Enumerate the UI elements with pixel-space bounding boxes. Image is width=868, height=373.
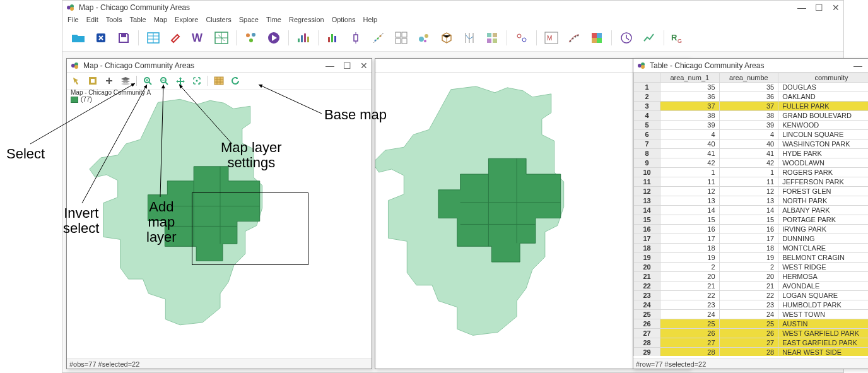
svg-point-11	[246, 33, 250, 37]
refresh-icon[interactable]	[230, 75, 241, 86]
col-header[interactable]	[634, 73, 660, 83]
pcp-icon[interactable]	[460, 28, 479, 47]
mapa-titlebar: Map - Chicago Community Areas — ☐ ✕	[67, 59, 372, 73]
menu-options[interactable]: Options	[332, 16, 356, 23]
menu-clusters[interactable]: Clusters	[206, 16, 231, 23]
zoom-in-icon[interactable]	[142, 75, 153, 86]
time-icon[interactable]	[617, 28, 636, 47]
close-project-icon[interactable]	[91, 28, 110, 47]
regression-icon[interactable]: RG	[669, 28, 688, 47]
invert-select-icon[interactable]	[87, 75, 98, 86]
menu-help[interactable]: Help	[363, 16, 378, 23]
table-row[interactable]: 74040WASHINGTON PARK	[634, 139, 869, 149]
table-row[interactable]: 94242WOODLAWN	[634, 158, 869, 168]
app-icon	[66, 3, 75, 12]
svg-rect-20	[331, 34, 333, 42]
table-row[interactable]: 181818MONTCLARE	[634, 244, 869, 253]
table-row[interactable]: 151515PORTAGE PARK	[634, 215, 869, 225]
menu-regression[interactable]: Regression	[289, 16, 324, 23]
menu-edit[interactable]: Edit	[86, 16, 98, 23]
save-icon[interactable]	[114, 28, 133, 47]
add-layer-icon[interactable]	[103, 75, 115, 86]
table-row[interactable]: 33737FULLER PARK	[634, 102, 869, 111]
table-icon[interactable]	[144, 28, 163, 47]
menu-tools[interactable]: Tools	[106, 16, 122, 23]
col-header[interactable]: community	[778, 73, 868, 83]
main-maximize-button[interactable]: ☐	[815, 3, 823, 13]
table-row[interactable]: 272626WEST GARFIELD PARK	[634, 329, 869, 338]
table-row[interactable]: 2022WEST RIDGE	[634, 263, 869, 272]
weights-icon[interactable]: W	[189, 28, 208, 47]
spatial-corr-icon[interactable]	[565, 28, 584, 47]
mapa-close[interactable]: ✕	[360, 61, 368, 71]
menu-file[interactable]: File	[67, 16, 79, 23]
full-extent-icon[interactable]	[191, 75, 202, 86]
table-row[interactable]: 131313NORTH PARK	[634, 196, 869, 206]
mapa-minimize[interactable]: —	[326, 61, 334, 71]
table-row[interactable]: 282727EAST GARFIELD PARK	[634, 338, 869, 348]
menu-map[interactable]: Map	[154, 16, 167, 23]
svg-point-12	[252, 33, 255, 37]
menu-space[interactable]: Space	[239, 16, 259, 23]
tools-icon[interactable]	[167, 28, 185, 47]
conditional-icon[interactable]	[483, 28, 501, 47]
cluster-icon[interactable]	[242, 28, 261, 47]
layer-settings-icon[interactable]	[120, 75, 131, 86]
table-row[interactable]: 232222LOGAN SQUARE	[634, 291, 869, 300]
scatter-matrix-icon[interactable]	[392, 28, 411, 47]
play-icon[interactable]	[264, 28, 283, 47]
main-close-button[interactable]: ✕	[832, 3, 840, 13]
table-row[interactable]: 292828NEAR WEST SIDE	[634, 348, 869, 357]
table-row[interactable]: 212020HERMOSA	[634, 272, 869, 281]
table-row[interactable]: 222121AVONDALE	[634, 281, 869, 291]
table-row[interactable]: 111111JEFFERSON PARK	[634, 177, 869, 187]
moran-icon[interactable]: M	[542, 28, 561, 47]
table-row[interactable]: 1011ROGERS PARK	[634, 168, 869, 177]
mapa-maximize[interactable]: ☐	[343, 61, 351, 71]
table-row[interactable]: 242323HUMBOLDT PARK	[634, 300, 869, 310]
app-titlebar: Map - Chicago Community Areas — ☐ ✕	[62, 1, 843, 15]
pan-icon[interactable]	[175, 75, 186, 86]
table-row[interactable]: 23636OAKLAND	[634, 92, 869, 102]
col-header[interactable]: area_numbe	[719, 73, 778, 83]
table-row[interactable]: 141414ALBANY PARK	[634, 206, 869, 215]
table-row[interactable]: 53939KENWOOD	[634, 121, 869, 130]
table-row[interactable]: 262525AUSTIN	[634, 319, 869, 329]
map-icon[interactable]	[212, 28, 231, 47]
svg-rect-52	[597, 33, 602, 38]
main-minimize-button[interactable]: —	[797, 3, 806, 13]
scatter-icon[interactable]	[369, 28, 388, 47]
select-tool-icon[interactable]	[71, 75, 82, 86]
table-minimize[interactable]: —	[853, 61, 862, 71]
table-row[interactable]: 161616IRVING PARK	[634, 225, 869, 234]
boxplot-icon[interactable]	[346, 28, 365, 47]
table-row[interactable]: 191919BELMONT CRAGIN	[634, 253, 869, 263]
menu-explore[interactable]: Explore	[175, 16, 198, 23]
table-row[interactable]: 644LINCOLN SQUARE	[634, 130, 869, 139]
callout-select: Select	[6, 146, 45, 162]
col-header[interactable]: area_num_1	[660, 73, 720, 83]
selection-rectangle[interactable]	[192, 192, 308, 265]
bubble-icon[interactable]	[414, 28, 433, 47]
svg-point-84	[641, 65, 645, 69]
table-row[interactable]: 121212FOREST GLEN	[634, 187, 869, 196]
table-row[interactable]: 171717DUNNING	[634, 234, 869, 244]
table-row[interactable]: 252424WEST TOWN	[634, 310, 869, 319]
menu-time[interactable]: Time	[266, 16, 281, 23]
mapa-canvas[interactable]	[67, 86, 372, 357]
table-body[interactable]: area_num_1area_numbecommunitys 13535DOUG…	[633, 73, 868, 356]
data-table[interactable]: area_num_1area_numbecommunitys 13535DOUG…	[633, 73, 868, 356]
zoom-out-icon[interactable]	[158, 75, 170, 86]
table-row[interactable]: 43838GRAND BOULEVARD	[634, 111, 869, 121]
table-row[interactable]: 84141HYDE PARK	[634, 149, 869, 158]
table-row[interactable]: 13535DOUGLAS	[634, 83, 869, 92]
cube-icon[interactable]	[437, 28, 456, 47]
lisa-icon[interactable]	[587, 28, 606, 47]
trend-icon[interactable]	[640, 28, 659, 47]
histogram-icon[interactable]	[294, 28, 313, 47]
basemap-icon[interactable]	[213, 75, 225, 86]
cluster-maps-icon[interactable]	[512, 28, 531, 47]
bars-icon[interactable]	[324, 28, 343, 47]
menu-table[interactable]: Table	[129, 16, 146, 23]
open-icon[interactable]	[69, 28, 88, 47]
